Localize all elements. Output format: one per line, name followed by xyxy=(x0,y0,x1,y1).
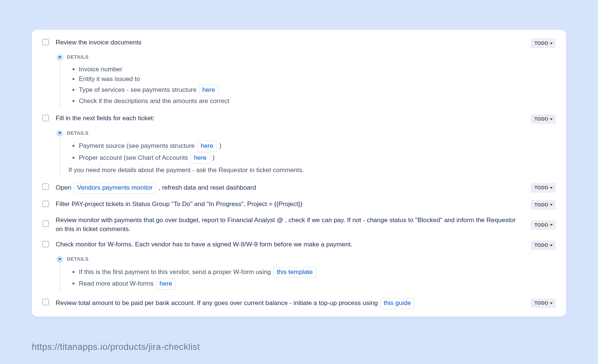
details-label: DETAILS xyxy=(67,256,89,263)
checklist-item: Review monitor with payments that go ove… xyxy=(42,216,556,234)
checkbox[interactable] xyxy=(42,183,49,190)
status-badge[interactable]: TODO xyxy=(531,220,556,230)
checklist-item: Review the invoice documents TODO DETAIL… xyxy=(42,38,556,108)
checkbox[interactable] xyxy=(42,220,49,227)
detail-bullet: Proper account (see Chart of Accounts he… xyxy=(79,153,556,164)
inline-link[interactable]: this guide xyxy=(380,298,414,309)
checklist-item: Fill in the next fields for each ticket:… xyxy=(42,114,556,177)
detail-bullet: Invoice number xyxy=(79,65,556,74)
chevron-down-icon xyxy=(550,224,553,226)
details-toggle-row[interactable]: DETAILS xyxy=(56,256,89,263)
item-title: Review the invoice documents xyxy=(56,38,523,47)
inline-link[interactable]: Vendors payments monitor xyxy=(74,183,156,194)
status-text: TODO xyxy=(534,116,548,122)
checklist-card: Review the invoice documents TODO DETAIL… xyxy=(32,30,566,317)
status-badge[interactable]: TODO xyxy=(531,240,556,250)
detail-bullet: Entity it was issued to xyxy=(79,75,556,84)
status-badge[interactable]: TODO xyxy=(531,200,556,210)
checklist-item: Review total amount to be paid per bank … xyxy=(42,298,556,309)
item-title: Review total amount to be paid per bank … xyxy=(56,298,523,309)
details-label: DETAILS xyxy=(67,54,89,61)
details-content: Invoice number Entity it was issued to T… xyxy=(60,61,556,108)
expand-icon xyxy=(56,130,63,137)
checkbox[interactable] xyxy=(42,200,49,207)
details-content: Payment source (see payments structure h… xyxy=(60,137,556,177)
item-title: Review monitor with payments that go ove… xyxy=(56,216,523,234)
checkbox[interactable] xyxy=(42,241,49,248)
item-title: Open Vendors payments monitor , refresh … xyxy=(56,183,523,194)
checklist-item: Check monitor for W-forms. Each vendor h… xyxy=(42,240,556,292)
detail-bullet: Check if the descriptions and the amount… xyxy=(79,97,556,106)
checkbox[interactable] xyxy=(42,39,49,46)
detail-bullet: If this is the first payment to this ven… xyxy=(79,267,556,278)
item-title: Filter PAY-project tickets in Status Gro… xyxy=(56,200,523,209)
details-content: If this is the first payment to this ven… xyxy=(60,263,556,292)
checkbox[interactable] xyxy=(42,115,49,121)
details-toggle-row[interactable]: DETAILS xyxy=(56,54,89,61)
details-label: DETAILS xyxy=(67,130,89,137)
detail-bullet: Type of services - see payments structur… xyxy=(79,85,556,96)
inline-link[interactable]: here xyxy=(191,153,210,164)
checkbox[interactable] xyxy=(42,299,49,305)
checklist-item: Open Vendors payments monitor , refresh … xyxy=(42,183,556,194)
status-badge[interactable]: TODO xyxy=(531,38,556,48)
status-text: TODO xyxy=(534,202,548,208)
item-title: Check monitor for W-forms. Each vendor h… xyxy=(56,240,523,249)
status-text: TODO xyxy=(534,222,548,228)
source-url: https://titanapps.io/products/jira-check… xyxy=(32,340,566,354)
chevron-down-icon xyxy=(550,43,553,44)
chevron-down-icon xyxy=(550,187,553,189)
status-badge[interactable]: TODO xyxy=(531,183,556,193)
status-badge[interactable]: TODO xyxy=(531,114,556,124)
detail-bullet: Read more about W-forms here xyxy=(79,279,556,290)
status-text: TODO xyxy=(534,184,548,191)
chevron-down-icon xyxy=(550,204,553,206)
detail-bullet: Payment source (see payments structure h… xyxy=(79,141,556,152)
details-toggle-row[interactable]: DETAILS xyxy=(56,130,89,137)
chevron-down-icon xyxy=(550,245,553,246)
checklist-item: Filter PAY-project tickets in Status Gro… xyxy=(42,200,556,210)
inline-link[interactable]: here xyxy=(156,279,176,290)
detail-note: If you need more details about the payme… xyxy=(68,166,556,175)
inline-link[interactable]: here xyxy=(197,141,217,152)
expand-icon xyxy=(56,256,63,263)
status-text: TODO xyxy=(534,40,548,47)
status-badge[interactable]: TODO xyxy=(531,298,556,308)
status-text: TODO xyxy=(534,242,548,249)
status-text: TODO xyxy=(534,300,548,307)
expand-icon xyxy=(56,54,63,61)
inline-link[interactable]: this template xyxy=(273,267,316,278)
item-title: Fill in the next fields for each ticket: xyxy=(56,114,523,123)
chevron-down-icon xyxy=(550,118,553,120)
inline-link[interactable]: here xyxy=(199,85,218,96)
chevron-down-icon xyxy=(550,302,553,304)
